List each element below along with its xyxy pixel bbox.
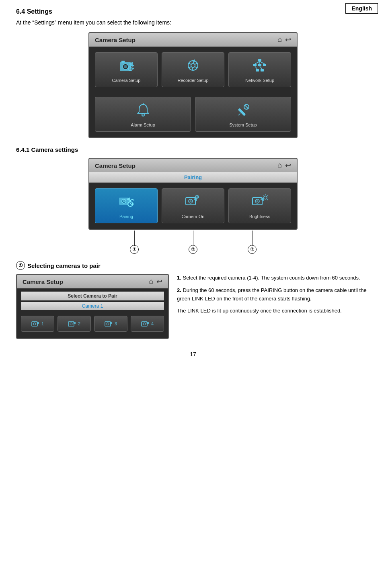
cam-2-label: 2 (78, 321, 80, 326)
svg-rect-15 (258, 59, 261, 61)
svg-line-52 (263, 196, 264, 196)
number-3: ③ (248, 245, 257, 254)
section-64-intro: At the “Settings” menu item you can sele… (16, 19, 370, 26)
recorder-icon (185, 58, 201, 76)
svg-line-13 (189, 67, 191, 68)
svg-text:①: ① (196, 195, 199, 199)
svg-line-30 (245, 105, 248, 108)
back-icon-3: ↩ (156, 277, 162, 286)
svg-point-33 (123, 200, 125, 202)
camera-on-icon: ① (185, 194, 201, 212)
page-number: 17 (16, 351, 370, 357)
pairing-instructions: 1. Select the required camera (1-4). The… (177, 274, 370, 319)
screen2-header: Camera Setup ⌂ ↩ (89, 159, 297, 172)
network-setup-button[interactable]: Network Setup (228, 52, 291, 87)
svg-point-2 (124, 65, 127, 68)
camera-1-button[interactable]: 1 (21, 316, 54, 332)
cam-1-label: 1 (41, 321, 44, 326)
instruction-2-num: 2. (177, 287, 181, 293)
number-2: ② (189, 245, 197, 254)
svg-line-21 (255, 61, 260, 64)
instruction-1: 1. Select the required camera (1-4). The… (177, 274, 370, 282)
svg-line-14 (189, 63, 191, 64)
svg-point-47 (264, 196, 267, 199)
svg-point-45 (257, 200, 259, 202)
camera-setup-screen-2: Camera Setup ⌂ ↩ Pairing (88, 158, 298, 230)
back-icon-2: ↩ (285, 161, 291, 170)
section-641-heading: 6.4.1 Camera settings (16, 146, 370, 153)
pair-screen-icons: ⌂ ↩ (149, 277, 162, 286)
screen2-title: Camera Setup (95, 162, 136, 169)
pair-screen-title: Camera Setup (23, 278, 63, 285)
svg-point-26 (142, 114, 144, 116)
camera-setup-label: Camera Setup (112, 78, 141, 83)
brightness-button[interactable]: Brightness (228, 188, 291, 223)
svg-rect-53 (32, 322, 37, 326)
svg-point-54 (33, 323, 36, 325)
svg-rect-56 (68, 322, 74, 326)
setup-buttons-grid: Camera Setup (89, 47, 297, 93)
english-badge: English (345, 3, 378, 14)
cam-3-label: 3 (115, 321, 117, 326)
svg-marker-58 (73, 322, 76, 324)
svg-marker-55 (37, 322, 39, 324)
pair-screen-header: Camera Setup ⌂ ↩ (17, 275, 168, 288)
pair-subheader: Select Camera to Pair (21, 292, 164, 300)
svg-rect-19 (256, 69, 259, 71)
svg-rect-62 (142, 322, 147, 326)
system-setup-button[interactable]: System Setup (195, 97, 291, 132)
screen1-header: Camera Setup ⌂ ↩ (89, 33, 297, 47)
camera-on-label: Camera On (182, 214, 205, 219)
camera-setup-icon (118, 58, 134, 76)
svg-rect-16 (253, 64, 257, 66)
home-icon: ⌂ (277, 35, 282, 44)
camera-on-button[interactable]: ① Camera On (162, 188, 224, 223)
svg-line-10 (195, 63, 197, 64)
svg-line-51 (267, 199, 268, 200)
svg-line-11 (195, 67, 197, 68)
camera-setup-screen-1: Camera Setup ⌂ ↩ (88, 32, 298, 138)
screen1-title: Camera Setup (95, 37, 136, 43)
pair-selection-screen: Camera Setup ⌂ ↩ Select Camera to Pair C… (16, 274, 169, 339)
svg-rect-20 (261, 69, 264, 71)
system-setup-label: System Setup (229, 122, 257, 127)
svg-marker-64 (146, 322, 149, 324)
instruction-3-text: The LINK LED is lit up continuously once… (177, 308, 342, 314)
pairing-icon (118, 194, 134, 212)
network-icon (252, 58, 268, 76)
camera-3-button[interactable]: 3 (94, 316, 127, 332)
selecting-heading-text: Selecting cameras to pair (27, 262, 101, 269)
svg-marker-61 (110, 322, 112, 324)
pairing-subheader: Pairing (89, 172, 297, 183)
recorder-setup-label: Recorder Setup (177, 78, 208, 83)
svg-line-23 (260, 61, 265, 64)
svg-point-39 (190, 200, 192, 202)
instruction-1-num: 1. (177, 275, 181, 281)
camera-4-button[interactable]: 4 (131, 316, 164, 332)
camera-setup-button[interactable]: Camera Setup (95, 52, 158, 87)
alarm-setup-label: Alarm Setup (131, 122, 155, 127)
svg-line-24 (255, 66, 257, 69)
instruction-2-text: During the 60 seconds, press the PAIRING… (177, 287, 367, 302)
screen2-header-icons: ⌂ ↩ (277, 161, 291, 170)
alarm-setup-button[interactable]: Alarm Setup (95, 97, 191, 132)
instruction-3: The LINK LED is lit up continuously once… (177, 307, 370, 315)
system-icon (236, 103, 250, 120)
pairing-buttons-grid: Pairing ① Camera On (89, 183, 297, 229)
pairing-button[interactable]: Pairing (95, 188, 158, 223)
number-1: ① (130, 245, 139, 254)
recorder-setup-button[interactable]: Recorder Setup (162, 52, 224, 87)
svg-rect-4 (121, 61, 125, 63)
setup-buttons-grid-bottom: Alarm Setup System Setup (89, 93, 297, 137)
section-64-heading: 6.4 Settings (16, 8, 370, 15)
network-setup-label: Network Setup (245, 78, 274, 83)
home-icon-3: ⌂ (149, 277, 153, 286)
selecting-heading: ① Selecting cameras to pair (16, 261, 370, 270)
screen1-header-icons: ⌂ ↩ (277, 35, 291, 44)
cam-4-label: 4 (151, 321, 154, 326)
back-icon: ↩ (285, 35, 291, 44)
brightness-label: Brightness (249, 214, 270, 219)
selecting-number: ① (16, 261, 25, 270)
svg-line-49 (267, 196, 268, 196)
camera-2-button[interactable]: 2 (57, 316, 91, 332)
